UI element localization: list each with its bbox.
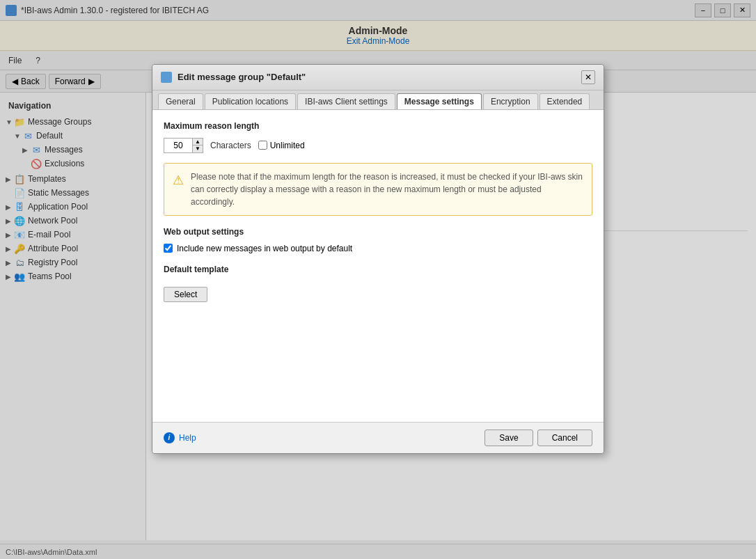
default-template-section: Default template Select — [164, 265, 592, 302]
include-messages-text: Include new messages in web output by de… — [177, 244, 352, 253]
help-label: Help — [179, 433, 196, 443]
dialog-title-text: Edit message group "Default" — [178, 72, 306, 82]
tab-publication-locations[interactable]: Publication locations — [205, 93, 296, 109]
dialog-titlebar: Edit message group "Default" ✕ — [152, 65, 604, 90]
max-reason-row: ▲ ▼ Characters Unlimited — [164, 138, 592, 153]
tab-message-settings[interactable]: Message settings — [397, 93, 482, 109]
help-icon: i — [164, 432, 175, 443]
edit-message-group-dialog: Edit message group "Default" ✕ General P… — [152, 64, 604, 454]
help-section[interactable]: i Help — [164, 432, 196, 443]
spinner-buttons: ▲ ▼ — [192, 139, 203, 152]
dialog-footer: i Help Save Cancel — [152, 422, 604, 453]
select-button[interactable]: Select — [164, 287, 207, 302]
spinner-down-button[interactable]: ▼ — [193, 145, 203, 152]
unlimited-text: Unlimited — [270, 141, 305, 150]
warning-text: Please note that if the maximum length f… — [191, 171, 583, 208]
tab-extended[interactable]: Extended — [540, 93, 590, 109]
tab-ibi-aws-client-settings[interactable]: IBI-aws Client settings — [297, 93, 395, 109]
include-messages-checkbox[interactable] — [164, 244, 173, 253]
max-reason-label: Maximum reason length — [164, 121, 592, 131]
dialog-close-button[interactable]: ✕ — [581, 70, 595, 84]
save-button[interactable]: Save — [485, 430, 533, 446]
include-messages-row: Include new messages in web output by de… — [164, 244, 592, 253]
cancel-button[interactable]: Cancel — [537, 430, 592, 446]
spinner-up-button[interactable]: ▲ — [193, 139, 203, 145]
spinner-value-input[interactable] — [164, 139, 192, 152]
warning-box: ⚠ Please note that if the maximum length… — [164, 163, 592, 216]
warning-icon: ⚠ — [173, 171, 184, 208]
dialog-tabs: General Publication locations IBI-aws Cl… — [152, 90, 604, 110]
characters-label: Characters — [210, 141, 251, 150]
tab-general[interactable]: General — [158, 93, 203, 109]
unlimited-check-label: Unlimited — [258, 141, 305, 150]
default-template-label: Default template — [164, 265, 592, 274]
unlimited-checkbox[interactable] — [258, 141, 267, 150]
dialog-content: Maximum reason length ▲ ▼ Characters Unl… — [152, 110, 604, 422]
web-output-section: Web output settings Include new messages… — [164, 227, 592, 253]
dialog-icon — [161, 72, 172, 83]
spinner-input: ▲ ▼ — [164, 138, 203, 153]
dialog-title-left: Edit message group "Default" — [161, 72, 306, 83]
footer-buttons: Save Cancel — [485, 430, 592, 446]
web-output-label: Web output settings — [164, 227, 592, 237]
dialog-overlay: Edit message group "Default" ✕ General P… — [0, 0, 756, 559]
tab-encryption[interactable]: Encryption — [483, 93, 538, 109]
